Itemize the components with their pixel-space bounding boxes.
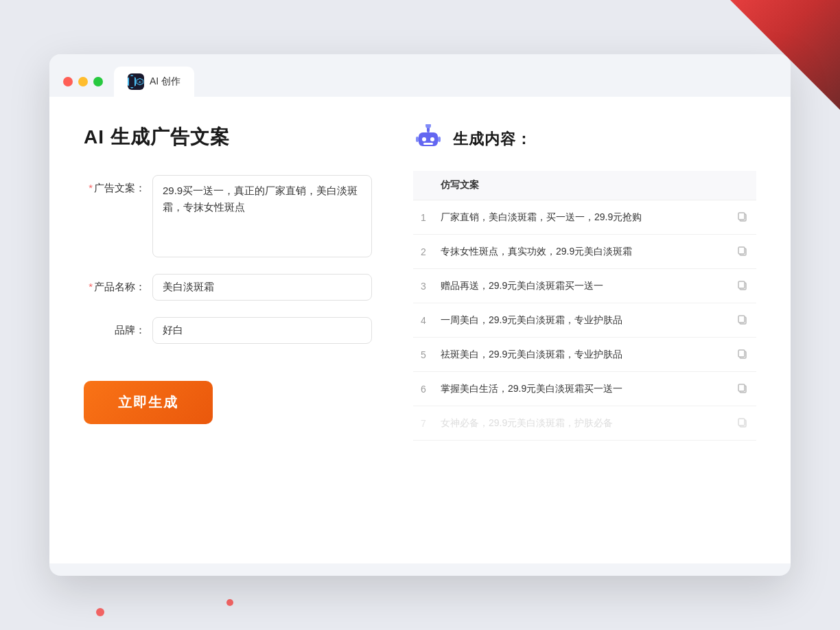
svg-rect-9 [438,137,441,142]
copy-cell [729,406,756,441]
brand-label: 品牌： [84,317,145,337]
table-row: 4一周美白，29.9元美白淡斑霜，专业护肤品 [413,303,756,338]
copy-cell [729,372,756,406]
ai-tab-icon: AI [128,73,144,90]
right-panel: 生成内容： 仿写文案 1厂家直销，美白淡斑霜，买一送一，29.9元抢购 2专抹女… [413,124,756,536]
results-table: 仿写文案 1厂家直销，美白淡斑霜，买一送一，29.9元抢购 2专抹女性斑点，真实… [413,171,756,441]
ai-tab[interactable]: AI AI 创作 [114,67,194,97]
required-star-1: * [89,182,93,194]
generate-button[interactable]: 立即生成 [84,381,213,424]
row-number: 5 [413,338,434,372]
product-name-input[interactable] [152,274,372,301]
row-number: 3 [413,269,434,303]
browser-window: AI AI 创作 AI 生成广告文案 *广告文案： *产品名称： [49,54,791,576]
col-text-header: 仿写文案 [434,171,729,200]
table-row: 1厂家直销，美白淡斑霜，买一送一，29.9元抢购 [413,200,756,235]
table-row: 5祛斑美白，29.9元美白淡斑霜，专业护肤品 [413,338,756,372]
copy-cell [729,303,756,338]
svg-rect-17 [738,316,745,323]
copy-icon[interactable] [736,416,749,430]
svg-rect-19 [738,350,745,357]
brand-input[interactable] [152,317,372,344]
row-text: 赠品再送，29.9元美白淡斑霜买一送一 [434,269,729,303]
product-name-label: *产品名称： [84,274,145,294]
col-copy-header [729,171,756,200]
robot-icon [413,124,443,154]
maximize-button[interactable] [93,77,103,86]
row-text: 掌握美白生活，29.9元美白淡斑霜买一送一 [434,372,729,406]
required-star-2: * [89,281,93,292]
page-title: AI 生成广告文案 [84,124,372,150]
result-header: 生成内容： [413,124,756,154]
svg-point-3 [425,124,431,128]
title-bar: AI AI 创作 [49,54,791,97]
ad-copy-input[interactable] [152,175,372,257]
row-text: 一周美白，29.9元美白淡斑霜，专业护肤品 [434,303,729,338]
left-panel: AI 生成广告文案 *广告文案： *产品名称： 品牌： 立 [84,124,372,536]
svg-point-5 [422,137,426,141]
close-button[interactable] [63,77,73,86]
svg-rect-21 [738,384,745,391]
content-area: AI 生成广告文案 *广告文案： *产品名称： 品牌： 立 [49,97,791,563]
svg-rect-13 [738,247,745,254]
copy-icon[interactable] [736,279,749,292]
copy-icon[interactable] [736,244,749,258]
row-text: 女神必备，29.9元美白淡斑霜，护肤必备 [434,406,729,441]
copy-cell [729,269,756,303]
copy-cell [729,235,756,269]
row-number: 4 [413,303,434,338]
copy-cell [729,200,756,235]
copy-icon[interactable] [736,382,749,395]
result-title: 生成内容： [453,129,532,150]
dot-decoration-1 [96,608,104,616]
table-row: 6掌握美白生活，29.9元美白淡斑霜买一送一 [413,372,756,406]
copy-icon[interactable] [736,313,749,327]
row-number: 6 [413,372,434,406]
row-number: 1 [413,200,434,235]
svg-rect-8 [416,137,419,142]
svg-rect-23 [738,419,745,425]
product-name-row: *产品名称： [84,274,372,301]
ad-copy-label: *广告文案： [84,175,145,195]
table-row: 7女神必备，29.9元美白淡斑霜，护肤必备 [413,406,756,441]
svg-rect-15 [738,281,745,288]
table-row: 3赠品再送，29.9元美白淡斑霜买一送一 [413,269,756,303]
copy-icon[interactable] [736,347,749,361]
svg-point-6 [430,137,434,141]
row-text: 厂家直销，美白淡斑霜，买一送一，29.9元抢购 [434,200,729,235]
svg-rect-7 [423,143,433,145]
row-text: 祛斑美白，29.9元美白淡斑霜，专业护肤品 [434,338,729,372]
svg-text:AI: AI [139,81,141,84]
row-text: 专抹女性斑点，真实功效，29.9元美白淡斑霜 [434,235,729,269]
tab-label: AI 创作 [150,75,180,88]
dot-decoration-2 [226,599,233,606]
copy-icon[interactable] [736,210,749,224]
copy-cell [729,338,756,372]
col-num-header [413,171,434,200]
minimize-button[interactable] [78,77,88,86]
row-number: 7 [413,406,434,441]
svg-rect-11 [738,213,745,220]
table-row: 2专抹女性斑点，真实功效，29.9元美白淡斑霜 [413,235,756,269]
traffic-lights [63,77,103,86]
brand-row: 品牌： [84,317,372,344]
ad-copy-row: *广告文案： [84,175,372,257]
row-number: 2 [413,235,434,269]
table-header-row: 仿写文案 [413,171,756,200]
